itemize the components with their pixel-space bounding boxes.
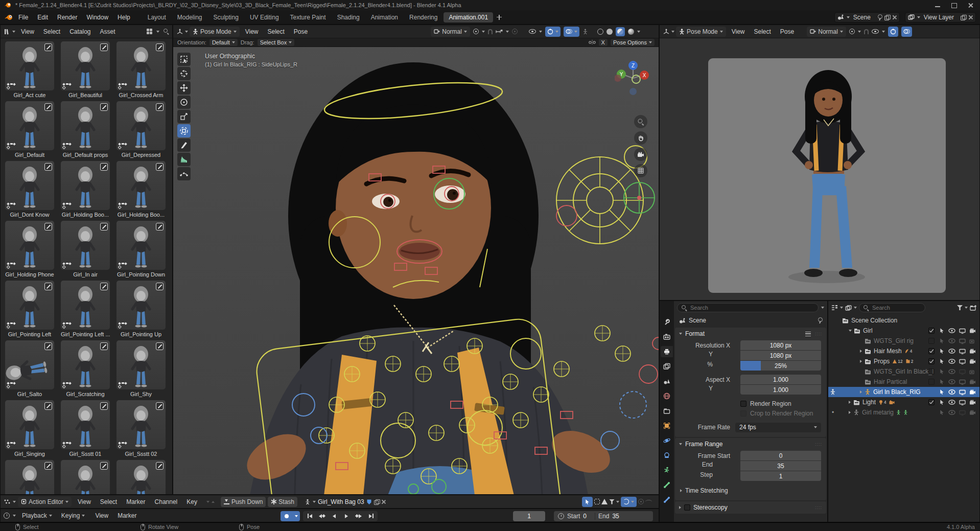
asset-card-girl-ssstt-02[interactable]: Girl_Ssstt 02: [116, 400, 166, 458]
viewport-3d[interactable]: Pose Mode ViewSelectPose Normal: [173, 25, 659, 495]
asset-card-girl-default[interactable]: Girl_Default: [5, 101, 54, 159]
viewport2-orientation-dropdown[interactable]: Normal: [807, 27, 846, 37]
asset-shield-icon[interactable]: [366, 499, 372, 505]
exclude-checkbox[interactable]: [928, 328, 935, 334]
asset-menu-asset[interactable]: Asset: [96, 27, 120, 36]
disable-viewport-icon[interactable]: [957, 359, 967, 364]
scene-selector[interactable]: Scene: [834, 12, 900, 22]
pin-icon[interactable]: [877, 14, 882, 20]
move-down-disabled-icon[interactable]: [206, 501, 209, 503]
properties-tab-world[interactable]: [661, 390, 673, 402]
frame-start-field[interactable]: 0: [740, 451, 821, 460]
exclude-checkbox[interactable]: [928, 368, 935, 375]
zoom-button[interactable]: [634, 115, 647, 128]
render-excluded-icon[interactable]: [967, 338, 977, 344]
selectable-icon[interactable]: [937, 328, 947, 334]
viewport-menu-select[interactable]: Select: [264, 27, 289, 36]
tab-modeling[interactable]: Modeling: [172, 12, 207, 22]
viewport2-visibility-icon[interactable]: [872, 29, 879, 34]
delete-view-layer-icon[interactable]: [968, 15, 973, 19]
dope-menu-select[interactable]: Select: [96, 497, 121, 506]
pose-breakdowner-tool-button[interactable]: [177, 167, 191, 180]
dope-menu-channel[interactable]: Channel: [151, 497, 182, 506]
frame-range-fields[interactable]: Start 0 End 35: [554, 511, 653, 521]
shading-solid-icon[interactable]: [606, 29, 613, 35]
render-region-row[interactable]: Render Region: [740, 399, 826, 408]
render-region-checkbox[interactable]: [740, 401, 746, 407]
minimize-icon[interactable]: [935, 3, 940, 8]
viewport2-mode-dropdown[interactable]: Pose Mode: [676, 27, 726, 37]
viewport2-menu-pose[interactable]: Pose: [776, 27, 798, 36]
filter-icon[interactable]: [957, 305, 963, 310]
properties-tab-object-data[interactable]: [661, 465, 673, 476]
edit-asset-icon[interactable]: [44, 103, 52, 111]
disable-render-icon[interactable]: [967, 410, 977, 415]
mirror-x-toggle[interactable]: X: [599, 39, 608, 46]
exclude-checkbox[interactable]: [928, 338, 935, 344]
edit-asset-icon[interactable]: [44, 43, 52, 51]
timeline-menu-marker[interactable]: Marker: [113, 511, 141, 520]
edit-asset-icon[interactable]: [100, 402, 108, 410]
panel-grip[interactable]: ::::: [815, 442, 822, 447]
editor-type-caret[interactable]: [12, 31, 15, 33]
xray-toggle-icon[interactable]: [582, 29, 588, 35]
shading-material-button[interactable]: [616, 27, 625, 36]
pivot-point-icon[interactable]: [473, 29, 479, 34]
properties-tab-bone-constraint[interactable]: [661, 494, 673, 505]
hide-hidden-icon[interactable]: [594, 499, 600, 504]
maximize-icon[interactable]: [951, 3, 956, 8]
disable-viewport-icon[interactable]: [957, 349, 967, 354]
current-frame-field[interactable]: 1: [513, 511, 545, 521]
asset-card-girl-crossed-arm[interactable]: Girl_Crossed Arm: [116, 41, 166, 99]
outliner-row-scene-collection[interactable]: Scene Collection: [828, 315, 979, 326]
shading-wireframe-icon[interactable]: [597, 29, 603, 35]
exclude-checkbox[interactable]: [928, 358, 935, 364]
properties-tab-physics[interactable]: [661, 435, 673, 446]
tab-rendering[interactable]: Rendering: [404, 12, 442, 22]
asset-thumbnail[interactable]: [61, 400, 110, 449]
properties-tab-view-layer[interactable]: [661, 361, 673, 372]
viewport2-gizmo-button[interactable]: [888, 27, 898, 37]
asset-menu-select[interactable]: Select: [39, 27, 64, 36]
crop-region-row[interactable]: Crop to Render Region: [740, 408, 826, 418]
hide-icon[interactable]: [947, 379, 957, 384]
copy-view-layer-icon[interactable]: [961, 15, 966, 20]
disable-viewport-icon[interactable]: [957, 410, 967, 415]
viewport-camera[interactable]: Pose Mode ViewSelectPose Normal: [659, 25, 980, 301]
menu-edit[interactable]: Edit: [33, 13, 52, 22]
auto-keying-button[interactable]: [281, 511, 300, 521]
outliner-search[interactable]: [859, 303, 925, 312]
edit-asset-icon[interactable]: [156, 342, 164, 350]
disable-viewport-icon[interactable]: [957, 379, 967, 385]
play-button[interactable]: [341, 511, 352, 521]
edit-asset-icon[interactable]: [100, 223, 108, 230]
drag-dropdown[interactable]: Select Box: [258, 39, 295, 46]
only-errors-icon[interactable]: [601, 499, 608, 504]
mode-dropdown[interactable]: Pose Mode: [190, 27, 240, 37]
selectable-icon[interactable]: [937, 338, 947, 344]
edit-asset-icon[interactable]: [44, 462, 52, 470]
properties-options-caret[interactable]: [821, 307, 824, 309]
format-panel-header[interactable]: Format ::::: [675, 328, 826, 340]
hide-icon[interactable]: [947, 369, 957, 374]
viewport-editor-caret[interactable]: [185, 31, 188, 33]
selectable-icon[interactable]: [937, 389, 947, 395]
asset-thumbnail[interactable]: [116, 340, 166, 389]
camera-view-button[interactable]: [634, 148, 647, 161]
asset-card-girl-ssstt-01[interactable]: Girl_Ssstt 01: [61, 400, 110, 458]
snap-with-icon[interactable]: [496, 29, 503, 34]
transform-tool-button[interactable]: [177, 124, 191, 137]
presets-icon[interactable]: [805, 332, 811, 336]
asset-card-partial[interactable]: [5, 460, 54, 494]
scale-tool-button[interactable]: [177, 110, 191, 123]
hide-icon[interactable]: [947, 389, 957, 395]
asset-card-girl-act-cute[interactable]: Girl_Act cute: [5, 41, 54, 99]
outliner-search-input[interactable]: [872, 305, 921, 311]
pivot-caret[interactable]: [482, 31, 485, 33]
viewport2-menu-select[interactable]: Select: [750, 27, 775, 36]
selectable-icon[interactable]: [937, 348, 947, 354]
asset-thumbnail[interactable]: [5, 221, 54, 270]
edit-asset-icon[interactable]: [44, 223, 52, 230]
selectable-icon[interactable]: [937, 399, 947, 405]
disable-render-icon[interactable]: [967, 389, 977, 395]
